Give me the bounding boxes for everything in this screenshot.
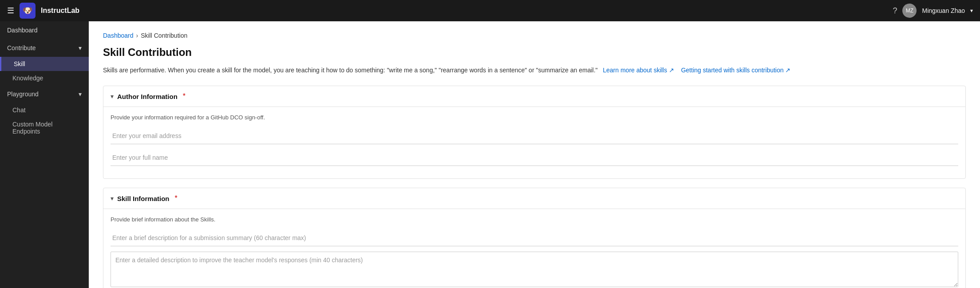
skill-section-title: Skill Information bbox=[117, 195, 170, 202]
skill-chevron-icon bbox=[111, 195, 114, 202]
sidebar-item-knowledge[interactable]: Knowledge bbox=[0, 71, 89, 85]
sidebar-contribute-header[interactable]: Contribute ▾ bbox=[0, 39, 89, 57]
description-text: Skills are performative. When you create… bbox=[103, 67, 598, 74]
help-icon[interactable]: ? bbox=[893, 6, 897, 16]
sidebar-item-skill[interactable]: Skill bbox=[0, 57, 89, 71]
topbar-right: ? MZ Mingxuan Zhao ▾ bbox=[893, 4, 973, 18]
author-required-star: * bbox=[183, 92, 186, 100]
chat-label: Chat bbox=[12, 107, 26, 114]
skill-required-star: * bbox=[175, 194, 178, 202]
author-section-body: Provide your information required for a … bbox=[103, 107, 965, 178]
full-name-field[interactable] bbox=[111, 150, 958, 166]
sidebar: Dashboard Contribute ▾ Skill Knowledge P… bbox=[0, 21, 89, 288]
skill-section-body: Provide brief information about the Skil… bbox=[103, 209, 965, 288]
skill-section-header[interactable]: Skill Information * bbox=[103, 188, 965, 209]
summary-field[interactable] bbox=[111, 230, 958, 246]
author-chevron-icon bbox=[111, 93, 114, 100]
topbar-left: ☰ 🐶 InstructLab bbox=[7, 3, 79, 19]
author-section-header[interactable]: Author Information * bbox=[103, 86, 965, 107]
sidebar-item-chat[interactable]: Chat bbox=[0, 103, 89, 117]
breadcrumb-dashboard-link[interactable]: Dashboard bbox=[103, 32, 134, 39]
author-section-description: Provide your information required for a … bbox=[111, 114, 958, 121]
author-section: Author Information * Provide your inform… bbox=[103, 86, 966, 179]
app-logo: 🐶 bbox=[20, 3, 36, 19]
sidebar-item-dashboard[interactable]: Dashboard bbox=[0, 21, 89, 39]
email-field[interactable] bbox=[111, 128, 958, 144]
breadcrumb-separator: › bbox=[136, 32, 138, 39]
breadcrumb: Dashboard › Skill Contribution bbox=[103, 32, 966, 39]
contribute-label: Contribute bbox=[7, 44, 36, 51]
sidebar-playground-header[interactable]: Playground ▾ bbox=[0, 85, 89, 103]
skill-section: Skill Information * Provide brief inform… bbox=[103, 188, 966, 288]
skill-section-description: Provide brief information about the Skil… bbox=[111, 216, 958, 223]
page-title: Skill Contribution bbox=[103, 46, 966, 59]
learn-more-link[interactable]: Learn more about skills ↗ bbox=[603, 67, 674, 74]
playground-label: Playground bbox=[7, 91, 39, 98]
main-content: Dashboard › Skill Contribution Skill Con… bbox=[89, 21, 980, 288]
hamburger-icon[interactable]: ☰ bbox=[7, 6, 14, 16]
author-section-title: Author Information bbox=[117, 93, 178, 100]
user-menu-chevron-icon[interactable]: ▾ bbox=[970, 8, 973, 14]
page-description: Skills are performative. When you create… bbox=[103, 66, 966, 75]
breadcrumb-current: Skill Contribution bbox=[141, 32, 187, 39]
user-name[interactable]: Mingxuan Zhao bbox=[922, 7, 965, 14]
dashboard-label: Dashboard bbox=[7, 27, 38, 34]
getting-started-link[interactable]: Getting started with skills contribution… bbox=[681, 67, 790, 74]
contribute-chevron-icon: ▾ bbox=[79, 44, 82, 51]
playground-chevron-icon: ▾ bbox=[79, 91, 82, 98]
detailed-description-field[interactable] bbox=[111, 252, 958, 287]
knowledge-label: Knowledge bbox=[12, 75, 43, 82]
topbar: ☰ 🐶 InstructLab ? MZ Mingxuan Zhao ▾ bbox=[0, 0, 980, 21]
custom-endpoints-label: Custom Model Endpoints bbox=[12, 121, 52, 135]
skill-label: Skill bbox=[14, 60, 25, 67]
sidebar-item-custom-endpoints[interactable]: Custom Model Endpoints bbox=[0, 117, 89, 138]
app-title: InstructLab bbox=[41, 7, 79, 15]
avatar: MZ bbox=[902, 4, 917, 18]
